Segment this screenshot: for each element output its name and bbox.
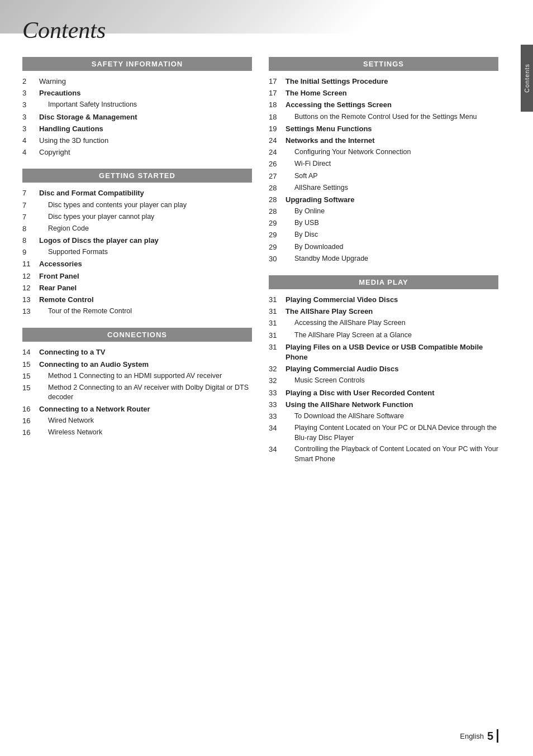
toc-page-number: 33 — [269, 412, 294, 422]
footer: English 5 — [460, 729, 498, 743]
toc-page-number: 14 — [22, 347, 39, 357]
toc-page-number: 7 — [22, 200, 48, 210]
toc-title: Connecting to an Audio System — [39, 360, 252, 370]
toc-title: Region Code — [48, 224, 252, 234]
toc-title: Disc types and contents your player can … — [48, 200, 252, 210]
toc-page-number: 3 — [22, 88, 39, 98]
toc-title: Connecting to a Network Router — [39, 404, 252, 414]
toc-entry: 15Connecting to an Audio System — [22, 360, 252, 370]
toc-title: Front Panel — [39, 271, 252, 281]
toc-page-number: 33 — [269, 388, 285, 398]
toc-title: Accessing the Settings Screen — [285, 100, 498, 110]
toc-page-number: 29 — [269, 218, 294, 228]
toc-page-number: 8 — [22, 224, 48, 234]
toc-page-number: 16 — [22, 416, 48, 426]
toc-title: AllShare Settings — [294, 183, 498, 193]
toc-page-number: 7 — [22, 212, 48, 222]
toc-title: Tour of the Remote Control — [48, 307, 252, 317]
toc-section: MEDIA PLAY31Playing Commercial Video Dis… — [269, 275, 498, 464]
toc-title: Warning — [39, 76, 252, 87]
toc-entry: 13Tour of the Remote Control — [22, 307, 252, 317]
toc-title: Soft AP — [294, 171, 498, 181]
toc-section: GETTING STARTED7Disc and Format Compatib… — [22, 169, 252, 317]
toc-entry: 4Using the 3D function — [22, 136, 252, 146]
toc-title: Playing a Disc with User Recorded Conten… — [285, 388, 498, 398]
toc-page-number: 28 — [269, 183, 294, 193]
toc-entry: 8Region Code — [22, 224, 252, 234]
toc-entry: 33To Download the AllShare Software — [269, 412, 498, 422]
right-column: SETTINGS17The Initial Settings Procedure… — [269, 57, 498, 475]
toc-page-number: 32 — [269, 376, 294, 386]
toc-page-number: 34 — [269, 444, 294, 454]
toc-entry: 29By Downloaded — [269, 242, 498, 252]
toc-page-number: 11 — [22, 259, 39, 269]
toc-title: Playing Commercial Audio Discs — [285, 364, 498, 374]
toc-entry: 15Method 2 Connecting to an AV receiver … — [22, 383, 252, 403]
section-header: GETTING STARTED — [22, 169, 252, 183]
toc-page-number: 13 — [22, 295, 39, 305]
toc-entry: 29By Disc — [269, 230, 498, 240]
toc-title: Supported Formats — [48, 247, 252, 257]
toc-entry: 19Settings Menu Functions — [269, 124, 498, 134]
footer-page-number: 5 — [487, 730, 493, 743]
toc-title: Remote Control — [39, 295, 252, 305]
toc-entry: 34Controlling the Playback of Content Lo… — [269, 444, 498, 464]
toc-entry: 3Important Safety Instructions — [22, 100, 252, 110]
toc-entry: 9Supported Formats — [22, 247, 252, 257]
toc-page-number: 16 — [22, 428, 48, 438]
toc-entry: 11Accessories — [22, 259, 252, 269]
toc-page-number: 34 — [269, 423, 294, 433]
toc-title: Handling Cautions — [39, 124, 252, 134]
toc-page-number: 15 — [22, 360, 39, 370]
section-header: SETTINGS — [269, 57, 498, 71]
toc-entry: 7Disc and Format Compatibility — [22, 188, 252, 198]
toc-entry: 18Accessing the Settings Screen — [269, 100, 498, 110]
toc-page-number: 3 — [22, 100, 48, 110]
toc-entry: 8Logos of Discs the player can play — [22, 236, 252, 246]
toc-entry: 31Playing Commercial Video Discs — [269, 295, 498, 305]
toc-title: Important Safety Instructions — [48, 100, 252, 110]
toc-page-number: 12 — [22, 283, 39, 293]
toc-entry: 24Networks and the Internet — [269, 136, 498, 146]
toc-page-number: 30 — [269, 254, 294, 264]
left-column: SAFETY INFORMATION2Warning3Precautions3I… — [22, 57, 252, 475]
toc-page-number: 28 — [269, 207, 294, 217]
toc-entry: 31Accessing the AllShare Play Screen — [269, 318, 498, 328]
toc-page-number: 13 — [22, 307, 48, 317]
toc-entry: 34Playing Content Located on Your PC or … — [269, 423, 498, 443]
toc-entry: 28Upgrading Software — [269, 195, 498, 205]
toc-title: Disc Storage & Management — [39, 112, 252, 122]
toc-page-number: 17 — [269, 76, 285, 87]
toc-entry: 16Connecting to a Network Router — [22, 404, 252, 414]
toc-title: By Disc — [294, 230, 498, 240]
toc-entry: 7Disc types your player cannot play — [22, 212, 252, 222]
toc-title: Connecting to a TV — [39, 347, 252, 357]
section-header: SAFETY INFORMATION — [22, 57, 252, 71]
toc-section: CONNECTIONS14Connecting to a TV15Connect… — [22, 328, 252, 438]
toc-page-number: 19 — [269, 124, 285, 134]
toc-title: Precautions — [39, 88, 252, 98]
toc-entry: 31The AllShare Play Screen — [269, 307, 498, 317]
toc-entry: 28By Online — [269, 207, 498, 217]
toc-entry: 32Music Screen Controls — [269, 376, 498, 386]
toc-entry: 2Warning — [22, 76, 252, 87]
toc-title: Accessing the AllShare Play Screen — [294, 318, 498, 328]
toc-title: To Download the AllShare Software — [294, 412, 498, 422]
toc-title: Settings Menu Functions — [285, 124, 498, 134]
toc-entry: 29By USB — [269, 218, 498, 228]
toc-section: SETTINGS17The Initial Settings Procedure… — [269, 57, 498, 264]
toc-title: Copyright — [39, 147, 252, 157]
toc-page-number: 4 — [22, 147, 39, 157]
toc-entry: 4Copyright — [22, 147, 252, 157]
toc-page-number: 9 — [22, 247, 48, 257]
toc-title: Standby Mode Upgrade — [294, 254, 498, 264]
toc-page-number: 18 — [269, 112, 294, 122]
toc-title: Buttons on the Remote Control Used for t… — [294, 112, 498, 122]
toc-title: Playing Files on a USB Device or USB Com… — [285, 342, 498, 362]
toc-title: Playing Commercial Video Discs — [285, 295, 498, 305]
toc-entry: 27Soft AP — [269, 171, 498, 181]
toc-entry: 14Connecting to a TV — [22, 347, 252, 357]
toc-page-number: 31 — [269, 318, 294, 328]
toc-entry: 32Playing Commercial Audio Discs — [269, 364, 498, 374]
toc-entry: 33Using the AllShare Network Function — [269, 400, 498, 410]
